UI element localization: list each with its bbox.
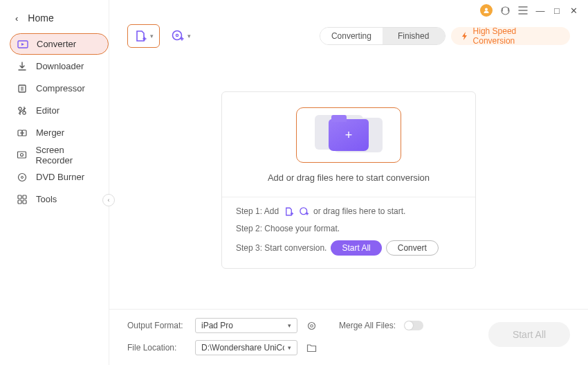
svg-point-3	[19, 107, 21, 109]
output-format-label: Output Format:	[127, 321, 187, 330]
user-avatar-icon[interactable]	[480, 4, 493, 17]
close-button[interactable]: ✕	[569, 6, 578, 16]
merger-icon	[17, 127, 28, 139]
step-2: Step 2: Choose your format.	[236, 224, 461, 233]
sidebar-item-label: Converter	[37, 39, 76, 49]
titlebar: — □ ✕	[109, 0, 588, 21]
add-file-icon	[283, 206, 294, 217]
sidebar-item-label: Tools	[36, 194, 57, 204]
back-icon[interactable]: ‹	[15, 13, 18, 24]
svg-point-15	[485, 8, 488, 11]
svg-point-18	[176, 34, 178, 36]
sidebar-item-dvd-burner[interactable]: DVD Burner	[10, 166, 109, 188]
menu-icon[interactable]	[517, 5, 529, 16]
file-location-label: File Location:	[127, 343, 187, 353]
file-location-select[interactable]: D:\Wondershare UniConverter 1 ▾	[195, 340, 297, 355]
support-icon[interactable]	[499, 5, 511, 16]
sidebar-item-editor[interactable]: Editor	[10, 100, 109, 121]
merge-toggle[interactable]	[404, 321, 423, 330]
add-file-button[interactable]: ▾	[127, 24, 160, 48]
compressor-icon	[17, 83, 28, 94]
caret-icon: ▾	[150, 33, 154, 39]
tabs: Converting Finished	[320, 27, 445, 45]
sidebar-item-screen-recorder[interactable]: Screen Recorder	[10, 144, 109, 166]
svg-point-10	[21, 176, 24, 178]
output-format-select[interactable]: iPad Pro ▾	[195, 318, 297, 333]
open-folder-icon[interactable]	[306, 342, 317, 353]
svg-rect-12	[23, 195, 26, 199]
svg-point-20	[308, 322, 315, 329]
caret-icon: ▾	[187, 33, 191, 39]
svg-point-9	[19, 173, 26, 181]
add-dvd-icon	[298, 206, 309, 217]
svg-point-8	[21, 153, 24, 156]
caret-icon: ▾	[288, 322, 291, 329]
add-dvd-icon	[171, 29, 185, 43]
converter-icon	[17, 39, 28, 50]
drop-text: Add or drag files here to start conversi…	[268, 172, 430, 183]
start-all-pill[interactable]: Start All	[331, 240, 381, 256]
footer: Output Format: iPad Pro ▾ Merge All File…	[109, 309, 588, 365]
folder-plus-icon: +	[329, 119, 369, 151]
downloader-icon	[17, 61, 28, 72]
bolt-icon	[461, 32, 469, 40]
add-dvd-button[interactable]: ▾	[165, 25, 196, 47]
tools-icon	[17, 194, 28, 205]
settings-icon[interactable]	[306, 320, 317, 331]
dvd-burner-icon	[17, 172, 28, 183]
svg-marker-1	[21, 43, 24, 46]
maximize-button[interactable]: □	[552, 6, 562, 16]
sidebar: ‹ Home Converter Downloader Compressor	[0, 0, 109, 365]
home-row[interactable]: ‹ Home	[0, 7, 109, 33]
caret-icon: ▾	[288, 344, 291, 351]
home-label: Home	[28, 12, 53, 24]
svg-rect-14	[23, 200, 26, 204]
step-1: Step 1: Add or drag files here to start.	[236, 206, 461, 217]
svg-rect-7	[18, 152, 26, 158]
sidebar-item-label: Editor	[36, 105, 59, 116]
merge-label: Merge All Files:	[339, 321, 396, 330]
sidebar-item-label: DVD Burner	[36, 172, 84, 182]
minimize-button[interactable]: —	[535, 6, 545, 16]
convert-pill[interactable]: Convert	[386, 240, 439, 256]
svg-point-4	[23, 111, 26, 114]
sidebar-item-label: Screen Recorder	[36, 145, 102, 166]
add-file-icon	[134, 29, 147, 43]
sidebar-item-converter[interactable]: Converter	[10, 33, 109, 55]
sidebar-collapse-handle[interactable]: ‹	[102, 194, 115, 206]
sidebar-item-merger[interactable]: Merger	[10, 122, 109, 143]
screen-recorder-icon	[17, 150, 28, 161]
drop-zone[interactable]: +	[296, 107, 401, 163]
drop-card: + Add or drag files here to start conver…	[221, 91, 476, 269]
sidebar-item-tools[interactable]: Tools	[10, 188, 109, 210]
sidebar-item-label: Merger	[36, 127, 64, 138]
tab-converting[interactable]: Converting	[320, 28, 383, 44]
svg-point-21	[310, 324, 313, 327]
svg-rect-13	[18, 200, 21, 204]
tab-finished[interactable]: Finished	[383, 28, 445, 44]
start-all-button[interactable]: Start All	[488, 322, 570, 347]
sidebar-item-label: Compressor	[36, 83, 85, 94]
high-speed-label: High Speed Conversion	[473, 26, 560, 46]
editor-icon	[17, 105, 28, 116]
svg-rect-11	[18, 195, 21, 199]
sidebar-item-label: Downloader	[36, 61, 84, 71]
sidebar-item-downloader[interactable]: Downloader	[10, 55, 109, 77]
step-3: Step 3: Start conversion. Start All Conv…	[236, 240, 461, 256]
high-speed-pill[interactable]: High Speed Conversion	[451, 27, 570, 45]
toolbar: ▾ ▾ Converting Finished High Speed Conve…	[109, 21, 588, 51]
sidebar-item-compressor[interactable]: Compressor	[10, 78, 109, 99]
